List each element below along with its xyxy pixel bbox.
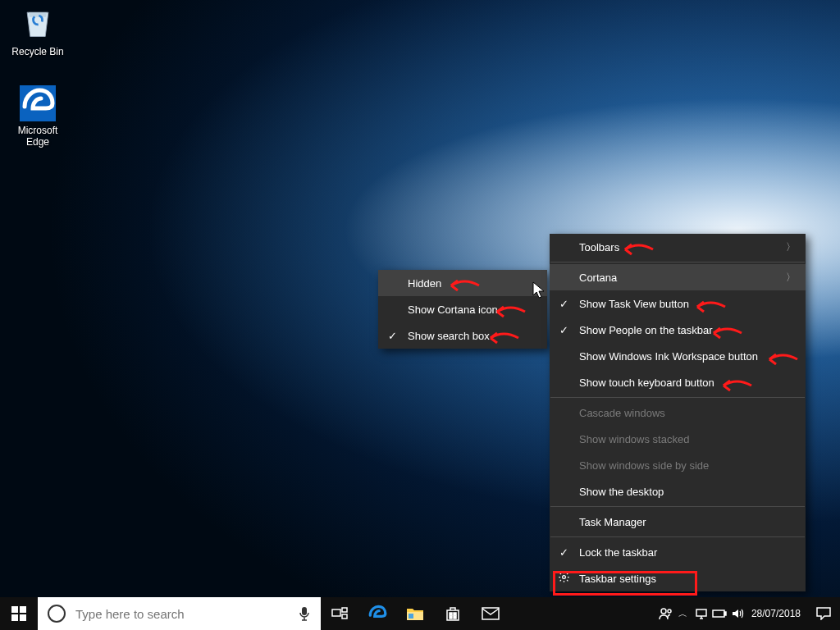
menu-item-label: Toolbars xyxy=(579,241,619,253)
svg-rect-13 xyxy=(450,616,452,619)
menu-item-cortana[interactable]: Cortana 〉 xyxy=(550,264,806,290)
menu-item-label: Cortana xyxy=(579,272,617,284)
svg-point-0 xyxy=(563,576,566,579)
svg-rect-6 xyxy=(332,609,340,616)
tray-chevron-up-icon[interactable]: ︿ xyxy=(674,597,692,630)
desktop-icon-label: Microsoft Edge xyxy=(5,125,71,148)
edge-icon xyxy=(20,85,56,121)
menu-item-label: Task Manager xyxy=(579,516,646,528)
svg-rect-5 xyxy=(302,607,307,615)
menu-item-label: Show Cortana icon xyxy=(408,304,498,316)
clock-date: 28/07/2018 xyxy=(751,608,801,619)
menu-item-task-manager[interactable]: Task Manager xyxy=(550,509,806,535)
check-icon: ✓ xyxy=(559,324,568,336)
taskbar-clock[interactable]: 28/07/2018 xyxy=(746,608,807,619)
menu-item-label: Show Windows Ink Workspace button xyxy=(579,350,758,363)
gear-icon xyxy=(558,571,570,586)
svg-rect-11 xyxy=(450,613,452,615)
menu-separator xyxy=(550,397,805,398)
taskbar: ︿ 28/07/2018 xyxy=(0,597,840,630)
menu-item-show-ink-workspace[interactable]: Show Windows Ink Workspace button xyxy=(550,343,806,369)
menu-item-label: Show touch keyboard button xyxy=(579,377,714,389)
action-center-button[interactable] xyxy=(807,607,840,620)
svg-point-15 xyxy=(661,609,666,614)
search-input[interactable] xyxy=(74,606,288,622)
svg-rect-1 xyxy=(11,606,18,613)
task-view-button[interactable] xyxy=(321,597,358,630)
menu-item-label: Show Task View button xyxy=(579,298,689,310)
chevron-right-icon: 〉 xyxy=(786,271,796,285)
menu-item-taskbar-settings[interactable]: Taskbar settings xyxy=(550,565,806,591)
svg-rect-7 xyxy=(342,608,347,612)
menu-item-stacked: Show windows stacked xyxy=(550,426,806,452)
menu-item-lock-taskbar[interactable]: ✓ Lock the taskbar xyxy=(550,539,806,565)
menu-item-label: Show the desktop xyxy=(579,486,664,498)
start-button[interactable] xyxy=(0,597,38,630)
menu-item-label: Taskbar settings xyxy=(579,573,656,585)
svg-point-16 xyxy=(668,609,671,613)
menu-separator xyxy=(550,536,805,537)
menu-item-toolbars[interactable]: Toolbars 〉 xyxy=(550,234,806,260)
taskbar-app-store[interactable] xyxy=(434,597,472,630)
taskbar-app-mail[interactable] xyxy=(472,597,509,630)
desktop-icon-microsoft-edge[interactable]: Microsoft Edge xyxy=(5,85,71,148)
menu-item-show-task-view[interactable]: ✓ Show Task View button xyxy=(550,290,806,317)
menu-item-label: Show windows side by side xyxy=(579,459,709,472)
people-icon[interactable] xyxy=(656,597,674,630)
menu-item-label: Lock the taskbar xyxy=(579,546,657,559)
menu-item-show-people[interactable]: ✓ Show People on the taskbar xyxy=(550,317,806,343)
cortana-submenu: Hidden Show Cortana icon ✓ Show search b… xyxy=(378,270,547,349)
menu-item-label: Show windows stacked xyxy=(579,433,689,445)
cortana-circle-icon xyxy=(48,605,66,623)
menu-separator xyxy=(550,262,805,262)
microphone-icon[interactable] xyxy=(288,606,321,621)
menu-item-label: Hidden xyxy=(408,277,441,290)
submenu-item-show-cortana-icon[interactable]: Show Cortana icon xyxy=(378,296,547,322)
svg-rect-8 xyxy=(342,614,347,619)
desktop[interactable]: Recycle Bin Microsoft Edge Hidden Show C… xyxy=(0,0,840,630)
check-icon: ✓ xyxy=(559,298,568,310)
check-icon: ✓ xyxy=(559,546,568,559)
battery-icon[interactable] xyxy=(710,597,728,630)
svg-rect-18 xyxy=(713,610,724,617)
menu-item-show-desktop[interactable]: Show the desktop xyxy=(550,478,806,504)
svg-rect-14 xyxy=(454,616,456,619)
svg-rect-4 xyxy=(20,614,26,621)
submenu-item-hidden[interactable]: Hidden xyxy=(378,270,547,296)
submenu-item-show-search-box[interactable]: ✓ Show search box xyxy=(378,322,547,349)
menu-item-cascade-windows: Cascade windows xyxy=(550,399,806,426)
volume-icon[interactable] xyxy=(728,597,746,630)
svg-rect-10 xyxy=(409,614,413,619)
check-icon: ✓ xyxy=(388,330,397,342)
desktop-icon-recycle-bin[interactable]: Recycle Bin xyxy=(5,3,71,57)
svg-rect-19 xyxy=(724,612,726,615)
network-icon[interactable] xyxy=(692,597,710,630)
menu-item-side-by-side: Show windows side by side xyxy=(550,452,806,478)
desktop-icon-label: Recycle Bin xyxy=(5,46,71,57)
taskbar-app-file-explorer[interactable] xyxy=(396,597,434,630)
svg-rect-17 xyxy=(696,609,706,616)
recycle-bin-icon xyxy=(18,3,57,43)
taskbar-app-edge[interactable] xyxy=(358,597,396,630)
chevron-right-icon: 〉 xyxy=(786,240,796,254)
menu-item-label: Cascade windows xyxy=(579,407,665,419)
taskbar-context-menu: Toolbars 〉 Cortana 〉 ✓ Show Task View bu… xyxy=(550,234,806,591)
svg-rect-2 xyxy=(20,606,26,613)
menu-separator xyxy=(550,506,805,507)
menu-item-label: Show People on the taskbar xyxy=(579,324,713,336)
menu-item-label: Show search box xyxy=(408,330,490,342)
svg-rect-12 xyxy=(454,613,456,615)
taskbar-search-box[interactable] xyxy=(38,597,321,630)
menu-item-show-touch-keyboard[interactable]: Show touch keyboard button xyxy=(550,369,806,395)
svg-rect-3 xyxy=(11,614,18,621)
system-tray: ︿ 28/07/2018 xyxy=(656,597,840,630)
